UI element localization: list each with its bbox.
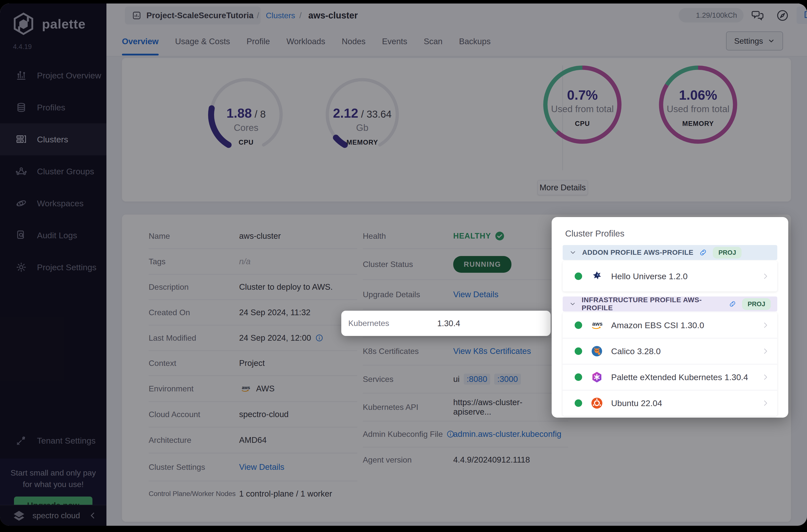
profile-item-calico-3-28-0[interactable]: Calico 3.28.0 [563,338,777,364]
chevron-down-icon [569,249,577,256]
profile-group-header-infrastructure-profile-aws-profile[interactable]: INFRASTRUCTURE PROFILE AWS-PROFILE PROJ [563,297,777,311]
chevron-right-icon [761,321,770,329]
status-dot-icon [575,374,582,381]
kubernetes-version-spotlight-row[interactable]: Kubernetes 1.30.4 [341,311,551,336]
cluster-profiles-title: Cluster Profiles [565,229,788,239]
profile-group-title: ADDON PROFILE AWS-PROFILE [582,248,693,256]
ubuntu-icon [590,397,603,410]
chevron-right-icon [761,399,770,407]
link-icon[interactable] [699,248,707,257]
profile-item-palette-extended-kubernetes-1-30-4[interactable]: Palette eXtended Kubernetes 1.30.4 [563,364,777,391]
profile-item-amazon-ebs-csi-1-30-0[interactable]: aws Amazon EBS CSI 1.30.0 [563,312,777,338]
profile-item-name: Palette eXtended Kubernetes 1.30.4 [611,373,748,382]
status-dot-icon [575,272,582,280]
profile-group-title: INFRASTRUCTURE PROFILE AWS-PROFILE [582,296,723,312]
app-window: palette 4.4.19 Project Overview Profiles… [0,3,807,526]
link-icon[interactable] [729,300,736,308]
status-dot-icon [575,321,582,329]
status-dot-icon [575,347,582,355]
profile-item-hello-universe-1-2-0[interactable]: Hello Universe 1.2.0 [563,261,777,291]
cluster-profiles-groups: ADDON PROFILE AWS-PROFILE PROJ Hello Uni… [563,245,777,416]
kubernetes-label: Kubernetes [348,319,437,328]
profile-group-rows: aws Amazon EBS CSI 1.30.0 Calico 3.28.0 … [563,312,777,416]
profile-item-name: Amazon EBS CSI 1.30.0 [611,320,704,330]
chevron-down-icon [569,300,576,308]
pxk-icon [590,371,603,383]
cluster-profiles-panel: Cluster Profiles ADDON PROFILE AWS-PROFI… [552,217,788,418]
kubernetes-version-value: 1.30.4 [437,319,460,328]
profile-item-name: Hello Universe 1.2.0 [611,271,688,281]
scope-badge: PROJ [742,298,771,310]
profile-item-ubuntu-22-04[interactable]: Ubuntu 22.04 [563,391,777,416]
chevron-right-icon [761,272,770,281]
profile-group-header-addon-profile-aws-profile[interactable]: ADDON PROFILE AWS-PROFILE PROJ [563,245,777,260]
svg-text:aws: aws [592,321,602,327]
calico-icon [590,345,603,357]
profile-item-name: Calico 3.28.0 [611,346,661,356]
scope-badge: PROJ [713,247,742,259]
profile-group-rows: Hello Universe 1.2.0 [563,261,777,291]
profile-item-name: Ubuntu 22.04 [611,398,662,408]
chevron-right-icon [761,373,770,381]
hello-universe-icon [590,270,603,283]
status-dot-icon [575,399,582,407]
chevron-right-icon [761,347,770,356]
aws-icon: aws [590,319,603,331]
